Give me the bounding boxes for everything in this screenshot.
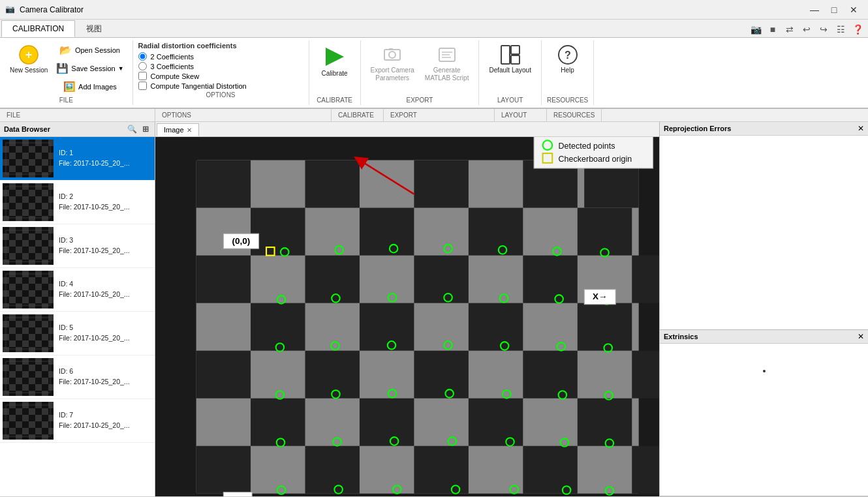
list-item[interactable]: ID: 3 File: 2017-10-25_20_... bbox=[0, 224, 155, 268]
svg-rect-124 bbox=[9, 321, 16, 327]
layout-icon[interactable]: ☷ bbox=[833, 22, 848, 37]
svg-rect-134 bbox=[35, 334, 42, 340]
svg-rect-225 bbox=[578, 399, 632, 446]
svg-rect-37 bbox=[22, 172, 29, 177]
db-expand-icon[interactable]: ⊞ bbox=[140, 124, 151, 134]
svg-rect-151 bbox=[22, 365, 29, 371]
item-thumbnail bbox=[3, 314, 54, 352]
svg-rect-176 bbox=[9, 408, 16, 415]
reprojection-section: Reprojection Errors ✕ bbox=[660, 122, 868, 330]
radio-3-coefficients[interactable]: 3 Coefficients bbox=[138, 62, 247, 70]
svg-rect-26 bbox=[29, 153, 35, 159]
list-item[interactable]: ID: 5 File: 2017-10-25_20_... bbox=[0, 312, 155, 355]
svg-rect-199 bbox=[196, 160, 251, 208]
db-search-icon[interactable]: 🔍 bbox=[125, 124, 139, 134]
quick-access-icon2[interactable]: ■ bbox=[765, 22, 781, 37]
svg-rect-167 bbox=[22, 391, 29, 396]
minimize-button[interactable]: — bbox=[805, 3, 824, 17]
svg-rect-88 bbox=[9, 260, 16, 265]
svg-rect-62 bbox=[9, 216, 16, 221]
list-item[interactable]: ID: 2 File: 2017-10-25_20_... bbox=[0, 181, 155, 224]
save-icon: 💾 bbox=[55, 62, 69, 75]
svg-rect-46 bbox=[9, 190, 16, 196]
svg-rect-226 bbox=[196, 446, 251, 494]
close-button[interactable]: ✕ bbox=[845, 3, 863, 17]
svg-rect-224 bbox=[469, 399, 523, 446]
svg-rect-230 bbox=[632, 446, 659, 494]
item-id: ID: 5 bbox=[59, 323, 130, 333]
svg-rect-182 bbox=[29, 415, 35, 421]
checkerboard-svg: (0,0) X→ ↓Y Detected points Checkerboard… bbox=[155, 137, 659, 496]
add-images-button[interactable]: 🖼️ Add Images bbox=[59, 78, 120, 95]
section-options: OPTIONS bbox=[155, 109, 332, 121]
redo-icon[interactable]: ↪ bbox=[816, 22, 831, 37]
svg-rect-101 bbox=[48, 277, 54, 284]
new-session-button[interactable]: + New Session bbox=[5, 42, 52, 77]
image-panel: Image ✕ bbox=[155, 122, 659, 496]
svg-rect-186 bbox=[35, 421, 42, 428]
svg-rect-53 bbox=[42, 196, 48, 203]
svg-rect-153 bbox=[48, 365, 54, 371]
list-item[interactable]: ID: 1 File: 2017-10-25_20_... bbox=[0, 137, 155, 181]
section-calibrate: CALIBRATE bbox=[332, 109, 384, 121]
item-info: ID: 4 File: 2017-10-25_20_... bbox=[59, 279, 130, 300]
image-tab-close[interactable]: ✕ bbox=[187, 127, 192, 134]
export-camera-button[interactable]: Export CameraParameters bbox=[366, 42, 419, 85]
svg-rect-163 bbox=[16, 384, 22, 391]
help-icon2[interactable]: ❓ bbox=[850, 22, 865, 37]
svg-rect-23 bbox=[48, 146, 54, 153]
svg-rect-165 bbox=[42, 384, 48, 391]
svg-rect-20 bbox=[9, 146, 16, 153]
ribbon: + New Session 📂 Open Session 💾 Save Sess… bbox=[0, 38, 868, 109]
svg-rect-181 bbox=[16, 415, 22, 421]
svg-rect-104 bbox=[29, 284, 35, 290]
svg-rect-90 bbox=[35, 260, 42, 265]
section-layout: LAYOUT bbox=[495, 109, 547, 121]
svg-rect-160 bbox=[35, 378, 42, 384]
default-layout-button[interactable]: Default Layout bbox=[484, 42, 536, 77]
svg-rect-131 bbox=[42, 327, 48, 334]
svg-rect-191 bbox=[42, 428, 48, 434]
extrinsics-close[interactable]: ✕ bbox=[858, 332, 864, 341]
svg-rect-177 bbox=[22, 408, 29, 415]
options-group: Radial distortion coefficients 2 Coeffic… bbox=[133, 40, 309, 105]
calibrate-button[interactable]: Calibrate bbox=[315, 42, 355, 81]
image-tab[interactable]: Image ✕ bbox=[157, 123, 199, 136]
svg-rect-135 bbox=[48, 334, 54, 340]
section-file: FILE bbox=[0, 109, 155, 121]
reprojection-close[interactable]: ✕ bbox=[858, 124, 864, 133]
svg-rect-81 bbox=[22, 247, 29, 253]
list-item[interactable]: ID: 7 File: 2017-10-25_20_... bbox=[0, 399, 155, 443]
radio-2-coefficients[interactable]: 2 Coefficients bbox=[138, 52, 247, 61]
maximize-button[interactable]: □ bbox=[825, 3, 843, 17]
quick-access-icon3[interactable]: ⇄ bbox=[782, 22, 798, 37]
list-item[interactable]: ID: 4 File: 2017-10-25_20_... bbox=[0, 268, 155, 312]
svg-rect-52 bbox=[29, 196, 35, 203]
svg-rect-130 bbox=[29, 327, 35, 334]
svg-rect-106 bbox=[9, 290, 16, 297]
open-session-button[interactable]: 📂 Open Session bbox=[56, 42, 123, 59]
svg-rect-214 bbox=[360, 303, 414, 351]
image-list[interactable]: ID: 1 File: 2017-10-25_20_... ID: 2 File… bbox=[0, 137, 155, 496]
checkbox-compute-tangential[interactable]: Compute Tangential Distortion bbox=[138, 82, 247, 90]
extrinsics-section: Extrinsics ✕ bbox=[660, 330, 868, 496]
svg-marker-2 bbox=[326, 48, 344, 66]
help-button[interactable]: ? Help bbox=[553, 42, 583, 77]
list-item[interactable]: ID: 6 File: 2017-10-25_20_... bbox=[0, 355, 155, 399]
save-session-button[interactable]: 💾 Save Session ▼ bbox=[52, 60, 127, 77]
tab-calibration[interactable]: CALIBRATION bbox=[1, 20, 75, 37]
svg-rect-75 bbox=[48, 233, 54, 240]
undo-icon[interactable]: ↩ bbox=[799, 22, 814, 37]
svg-rect-27 bbox=[42, 153, 48, 159]
quick-access-icon1[interactable]: 📷 bbox=[748, 22, 764, 37]
svg-rect-113 bbox=[42, 297, 48, 303]
svg-text:Detected points: Detected points bbox=[559, 142, 615, 151]
tab-view[interactable]: 视图 bbox=[75, 20, 113, 37]
svg-rect-28 bbox=[9, 159, 16, 166]
checkbox-compute-skew[interactable]: Compute Skew bbox=[138, 72, 247, 80]
svg-rect-25 bbox=[16, 153, 22, 159]
new-session-icon: + bbox=[18, 44, 39, 65]
help-icon: ? bbox=[557, 44, 578, 65]
generate-matlab-button[interactable]: GenerateMATLAB Script bbox=[420, 42, 474, 85]
svg-rect-57 bbox=[48, 203, 54, 209]
